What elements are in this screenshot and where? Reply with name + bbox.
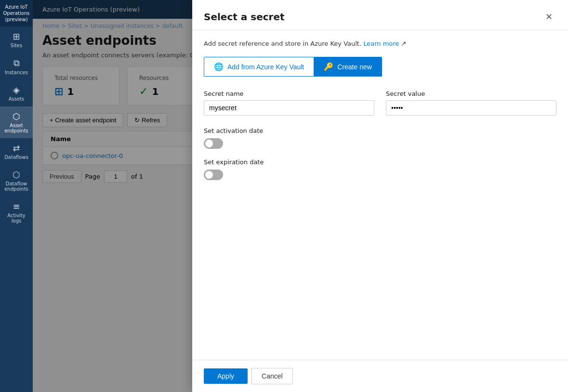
azure-icon: 🌐 [214,62,224,71]
apply-button[interactable]: Apply [204,368,248,384]
sidebar-item-label: Asset endpoints [2,123,31,133]
sites-icon: ⊞ [13,31,20,41]
learn-more-link[interactable]: Learn more [363,40,399,47]
activation-toggle[interactable] [204,138,223,149]
assets-icon: ◈ [13,85,20,95]
secret-form-row: Secret name Secret value [204,90,556,116]
secret-value-input[interactable] [386,100,556,116]
dialog-footer: Apply Cancel [192,360,568,392]
sidebar-item-sites[interactable]: ⊞ Sites [0,26,33,53]
sidebar-item-dataflows[interactable]: ⇄ Dataflows [0,138,33,165]
expiration-slider [204,170,223,180]
external-link-icon: ↗ [401,40,407,47]
expiration-date-row: Set expiration date [204,158,556,180]
close-button[interactable]: ✕ [542,10,556,24]
sidebar-item-dataflow-endpoints[interactable]: ⬡ Dataflow endpoints [0,165,33,196]
dataflows-icon: ⇄ [13,143,20,153]
secret-value-group: Secret value [386,90,556,116]
activation-slider [204,138,223,149]
expiration-date-label: Set expiration date [204,158,556,166]
secret-name-group: Secret name [204,90,374,116]
sidebar-item-instances[interactable]: ⧉ Instances [0,53,33,80]
sidebar-item-activity-logs[interactable]: ≡ Activity logs [0,196,33,228]
activation-date-row: Set activation date [204,127,556,149]
sidebar-item-asset-endpoints[interactable]: ⬡ Asset endpoints [0,106,33,138]
sidebar-item-label: Dataflows [4,155,28,160]
key-icon: 🔑 [324,62,333,71]
mode-button-group: 🌐 Add from Azure Key Vault 🔑 Create new [204,57,556,77]
sidebar-item-label: Activity logs [2,213,31,223]
create-new-button[interactable]: 🔑 Create new [314,57,382,77]
app-title-header: Azure IoT Operations (preview) [0,0,33,26]
asset-endpoints-icon: ⬡ [13,111,20,121]
dialog-subtitle: Add secret reference and store in Azure … [204,40,556,47]
cancel-button[interactable]: Cancel [251,368,293,384]
dialog-title: Select a secret [204,11,285,23]
dialog-body: Add secret reference and store in Azure … [192,30,568,360]
sidebar: Azure IoT Operations (preview) ⊞ Sites ⧉… [0,0,33,392]
activation-date-label: Set activation date [204,127,556,134]
sidebar-item-label: Sites [11,43,22,48]
sidebar-item-label: Instances [5,70,28,75]
secret-value-label: Secret value [386,90,556,97]
app-title: Azure IoT Operations (preview) [2,4,31,23]
expiration-toggle[interactable] [204,170,223,180]
instances-icon: ⧉ [13,58,20,68]
sidebar-item-label: Dataflow endpoints [2,181,31,192]
sidebar-item-label: Assets [9,96,25,102]
secret-name-label: Secret name [204,90,374,97]
add-from-azure-button[interactable]: 🌐 Add from Azure Key Vault [204,57,314,77]
dataflow-endpoints-icon: ⬡ [13,170,20,180]
activity-logs-icon: ≡ [13,201,20,211]
sidebar-item-assets[interactable]: ◈ Assets [0,80,33,106]
secret-name-input[interactable] [204,100,374,116]
dialog-header: Select a secret ✕ [192,0,568,30]
select-secret-dialog: Select a secret ✕ Add secret reference a… [192,0,568,392]
